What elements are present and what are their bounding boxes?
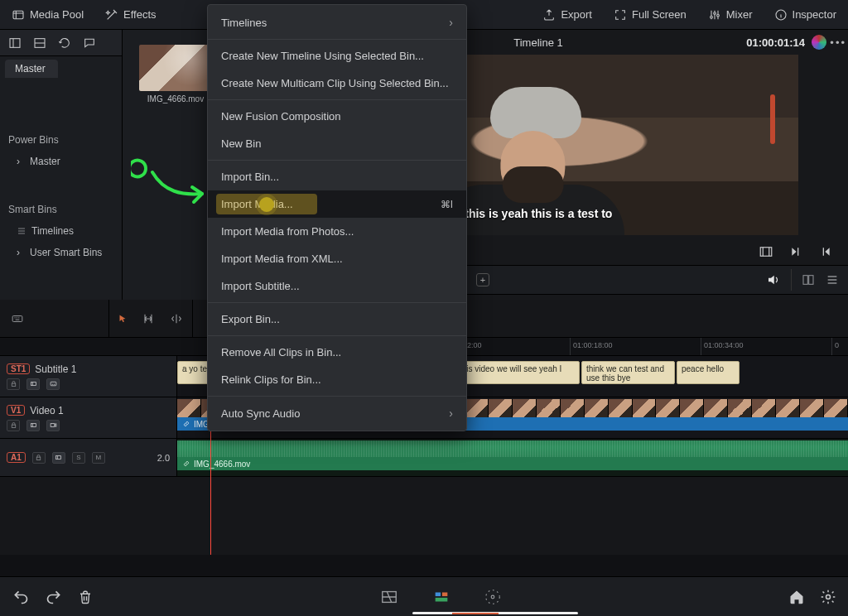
- auto-select-icon[interactable]: [26, 378, 40, 390]
- viewer-menu-icon[interactable]: •••: [830, 36, 846, 49]
- bin-toolbar: [0, 30, 122, 56]
- context-menu-label: Export Bin...: [221, 313, 280, 325]
- cut-page-icon[interactable]: [379, 588, 399, 606]
- settings-button[interactable]: [820, 589, 836, 605]
- svg-rect-24: [442, 592, 447, 596]
- context-menu-item[interactable]: Auto Sync Audio: [208, 399, 466, 427]
- context-menu-item[interactable]: Relink Clips for Bin...: [208, 366, 466, 393]
- svg-rect-11: [803, 276, 807, 285]
- svg-rect-13: [12, 315, 22, 321]
- refresh-icon[interactable]: [56, 36, 73, 51]
- smart-bin-timelines[interactable]: Timelines: [0, 220, 122, 242]
- fullscreen-button[interactable]: Full Screen: [609, 5, 691, 25]
- export-button[interactable]: Export: [537, 5, 597, 25]
- fusion-page-icon[interactable]: [484, 588, 502, 606]
- match-frame-icon[interactable]: [759, 244, 773, 259]
- power-bin-label: Master: [30, 156, 60, 167]
- next-edit-icon[interactable]: [788, 244, 803, 259]
- context-menu-label: New Bin: [221, 137, 261, 150]
- context-menu-item[interactable]: Import Media from Photos...: [208, 218, 466, 245]
- clip-thumbnail[interactable]: [139, 45, 212, 91]
- redo-button[interactable]: [45, 589, 63, 605]
- video-enable-icon[interactable]: [46, 420, 60, 431]
- mute-button[interactable]: M: [92, 452, 105, 464]
- color-wheel-icon[interactable]: [812, 35, 826, 50]
- media-pool-toggle[interactable]: Media Pool: [7, 5, 89, 25]
- context-menu-separator: [208, 160, 466, 161]
- track-head-a1[interactable]: A1 S M 2.0: [0, 439, 177, 476]
- svg-rect-20: [37, 457, 41, 460]
- subtitle-clip[interactable]: peace hello: [677, 361, 740, 384]
- zoom-plus-button[interactable]: +: [476, 273, 489, 286]
- trash-button[interactable]: [78, 589, 93, 605]
- context-menu-item[interactable]: Timelines: [208, 8, 466, 36]
- media-pool-label: Media Pool: [30, 8, 84, 21]
- context-menu-label: Relink Clips for Bin...: [221, 373, 321, 386]
- context-menu-label: Import Bin...: [221, 171, 279, 183]
- svg-point-28: [826, 594, 831, 599]
- smart-bin-user[interactable]: ›User Smart Bins: [0, 242, 122, 263]
- context-menu-label: Remove All Clips in Bin...: [221, 346, 341, 359]
- volume-icon[interactable]: [766, 272, 781, 287]
- smart-bins-header: Smart Bins: [0, 195, 122, 220]
- mixer-button[interactable]: Mixer: [703, 5, 758, 25]
- context-menu-separator: [208, 396, 466, 397]
- track-head-st1[interactable]: ST1Subtitle 1: [0, 356, 177, 397]
- bin-sidebar: Master Power Bins ›Master Smart Bins Tim…: [0, 30, 123, 300]
- inspector-button[interactable]: Inspector: [769, 5, 841, 25]
- ruler-tick: 01:00:34:00: [701, 338, 744, 355]
- lock-icon[interactable]: [32, 452, 46, 464]
- mixer-label: Mixer: [726, 8, 753, 21]
- trim-tool-icon[interactable]: [141, 312, 156, 325]
- pointer-tool-icon[interactable]: [118, 312, 128, 325]
- viewer-title: Timeline 1: [513, 36, 562, 49]
- context-menu-label: Import Media...: [221, 198, 293, 210]
- chat-icon[interactable]: [81, 36, 98, 51]
- context-menu-item[interactable]: Remove All Clips in Bin...: [208, 339, 466, 366]
- track-head-v1[interactable]: V1Video 1: [0, 397, 177, 438]
- subtitle-enable-icon[interactable]: [46, 378, 60, 390]
- audio-waveform[interactable]: [177, 440, 848, 457]
- blade-tool-icon[interactable]: [169, 312, 184, 325]
- context-menu-item[interactable]: Create New Timeline Using Selected Bin..…: [208, 42, 466, 70]
- context-menu-item[interactable]: Import Media from XML...: [208, 245, 466, 272]
- context-menu-item[interactable]: Create New Multicam Clip Using Selected …: [208, 70, 466, 97]
- home-button[interactable]: [788, 589, 805, 605]
- split-view-icon[interactable]: [802, 273, 815, 286]
- lock-icon[interactable]: [7, 378, 20, 390]
- auto-select-icon[interactable]: [52, 452, 65, 464]
- svg-rect-5: [760, 248, 772, 257]
- context-menu-item[interactable]: Import Bin...: [208, 163, 466, 190]
- track-name: Subtitle 1: [35, 363, 76, 375]
- context-menu-item[interactable]: New Bin: [208, 130, 466, 157]
- keyboard-icon[interactable]: [12, 313, 23, 325]
- context-menu-item[interactable]: Import Subtitle...: [208, 272, 466, 300]
- wand-icon: [105, 8, 118, 22]
- svg-rect-14: [12, 383, 16, 386]
- edit-page-icon[interactable]: [432, 588, 450, 606]
- expand-icon: [614, 8, 627, 22]
- effects-toggle[interactable]: Effects: [100, 5, 161, 25]
- track-body-a1[interactable]: IMG_4666.mov: [177, 439, 848, 476]
- layout-b-icon[interactable]: [31, 36, 48, 51]
- layout-a-icon[interactable]: [7, 36, 23, 51]
- context-menu-item[interactable]: Export Bin...: [208, 306, 466, 333]
- menu-lines-icon[interactable]: [825, 273, 840, 286]
- master-bin-tab[interactable]: Master: [5, 60, 58, 78]
- context-menu-item[interactable]: New Fusion Composition: [208, 103, 466, 130]
- lock-icon[interactable]: [7, 420, 20, 431]
- context-menu-label: Import Subtitle...: [221, 280, 300, 292]
- subtitle-clip[interactable]: think we can test and use this bye: [581, 361, 675, 384]
- prev-edit-icon[interactable]: [818, 244, 833, 259]
- audio-clip-label[interactable]: IMG_4666.mov: [177, 457, 848, 470]
- context-menu-item[interactable]: Import Media...⌘I: [208, 190, 466, 218]
- power-bin-item[interactable]: ›Master: [0, 151, 122, 172]
- undo-button[interactable]: [12, 589, 30, 605]
- context-menu-label: Import Media from XML...: [221, 253, 343, 265]
- fullscreen-label: Full Screen: [632, 8, 687, 21]
- auto-select-icon[interactable]: [26, 420, 40, 431]
- svg-rect-19: [51, 424, 55, 427]
- solo-button[interactable]: S: [72, 452, 85, 464]
- svg-rect-23: [436, 592, 441, 596]
- viewer-timecode: 01:00:01:14: [746, 36, 805, 49]
